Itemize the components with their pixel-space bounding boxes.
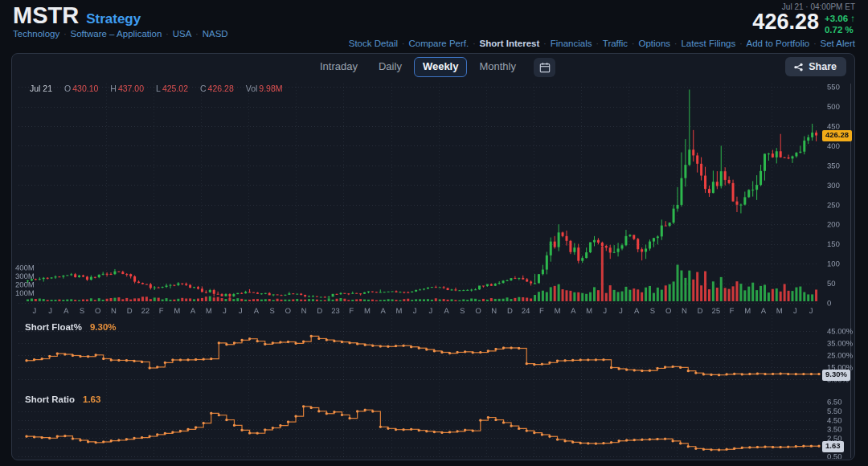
nav-stock-detail[interactable]: Stock Detail: [349, 39, 398, 48]
separator-dot: ·: [739, 39, 742, 48]
ticker-symbol: MSTR: [13, 3, 79, 27]
separator-dot: ·: [63, 30, 66, 39]
ohlc-c: C426.28: [200, 84, 234, 93]
tab-monthly[interactable]: Monthly: [470, 57, 525, 76]
price-change-pct: 0.72 %: [825, 24, 855, 35]
separator-dot: ·: [543, 39, 546, 48]
tab-daily[interactable]: Daily: [370, 57, 411, 76]
breadcrumb-technology[interactable]: Technology: [13, 29, 59, 39]
separator-dot: ·: [195, 30, 198, 39]
share-button[interactable]: Share: [785, 57, 846, 76]
chart-card: IntradayDailyWeeklyMonthly: [11, 53, 855, 460]
separator-dot: ·: [674, 39, 677, 48]
ohlc-h: H437.00: [110, 84, 144, 93]
short-ratio-panel-title: Short Ratio1.63: [25, 394, 100, 404]
short-float-axis-badge: 9.30%: [822, 370, 850, 381]
separator-dot: ·: [166, 30, 168, 39]
price-change-block: +3.06 ↑ 0.72 %: [825, 12, 855, 36]
separator-dot: ·: [813, 39, 816, 48]
price-volume-chart[interactable]: [12, 80, 854, 459]
calendar-button[interactable]: [534, 58, 555, 77]
last-price: 426.28: [752, 12, 819, 33]
separator-dot: ·: [402, 39, 404, 48]
nav-short-interest[interactable]: Short Interest: [480, 39, 540, 48]
nav-latest-filings[interactable]: Latest Filings: [681, 39, 735, 48]
short-float-value: 9.30%: [90, 322, 117, 332]
breadcrumb-usa[interactable]: USA: [173, 29, 192, 39]
chart-area[interactable]: Jul 21O430.10H437.00L425.02C426.28Vol9.9…: [12, 80, 854, 459]
chart-toolbar: IntradayDailyWeeklyMonthly: [12, 54, 854, 80]
nav-financials[interactable]: Financials: [551, 39, 592, 48]
separator-dot: ·: [632, 39, 634, 48]
nav-add-to-portfolio[interactable]: Add to Portfolio: [747, 39, 810, 48]
ohlc-vol: Vol9.98M: [246, 84, 283, 93]
ohlc-row: Jul 21O430.10H437.00L425.02C426.28Vol9.9…: [30, 84, 283, 93]
current-price-axis-badge: 426.28: [822, 130, 852, 141]
separator-dot: ·: [596, 39, 598, 48]
short-float-panel-title: Short Float%9.30%: [25, 322, 117, 332]
share-button-label: Share: [809, 61, 837, 72]
breadcrumb-software-application[interactable]: Software – Application: [71, 29, 162, 39]
price-change: +3.06 ↑: [825, 13, 855, 24]
tab-weekly[interactable]: Weekly: [414, 57, 468, 76]
short-float-label: Short Float%: [25, 322, 82, 332]
ohlc-date: Jul 21: [30, 84, 52, 93]
calendar-icon: [539, 62, 551, 73]
nav-compare-perf-[interactable]: Compare Perf.: [408, 39, 469, 48]
short-ratio-value: 1.63: [83, 394, 100, 404]
company-name[interactable]: Strategy: [86, 11, 141, 27]
nav-options[interactable]: Options: [638, 39, 670, 48]
top-nav: Stock Detail·Compare Perf.·Short Interes…: [349, 39, 855, 48]
short-ratio-label: Short Ratio: [25, 394, 75, 404]
ohlc-l: L425.02: [156, 84, 188, 93]
timeframe-tabs: IntradayDailyWeeklyMonthly: [311, 57, 525, 76]
breadcrumb-nasd[interactable]: NASD: [203, 29, 228, 39]
breadcrumb: Technology·Software – Application·USA·NA…: [13, 29, 228, 39]
separator-dot: ·: [473, 39, 475, 48]
share-icon: [793, 62, 804, 72]
short-ratio-axis-badge: 1.63: [822, 441, 844, 452]
nav-set-alert[interactable]: Set Alert: [821, 39, 855, 48]
ohlc-o: O430.10: [64, 84, 98, 93]
nav-traffic[interactable]: Traffic: [603, 39, 628, 48]
tab-intraday[interactable]: Intraday: [311, 57, 366, 76]
